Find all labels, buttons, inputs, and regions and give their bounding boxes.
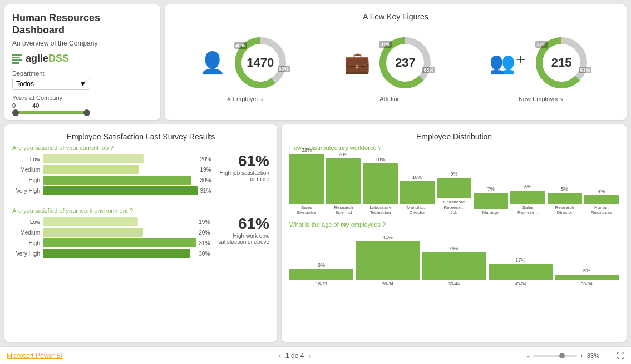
vbar-age-45-54: 17% 45-54 — [489, 257, 553, 287]
q1-track-high — [43, 176, 198, 185]
q1-track-low — [43, 154, 198, 163]
q1-pct-high: 30% — [200, 177, 214, 183]
page-indicator: 1 de 4 — [285, 352, 304, 360]
attrition-value: 237 — [395, 56, 416, 70]
q1-bars-section: Are you satisfied of your current job ? … — [12, 144, 214, 202]
q1-label-very-high: Very High — [12, 188, 43, 194]
q2-label-low: Low — [12, 219, 43, 225]
logo-bar-3 — [12, 59, 22, 61]
new-employees-value: 215 — [551, 56, 572, 70]
age-distribution-question: What is the age of my employees ? — [289, 221, 619, 228]
range-thumb-left[interactable] — [12, 109, 19, 116]
vbar-lab-tech: 18% LaboratoryTechnician — [363, 157, 397, 216]
department-label: Department — [12, 70, 152, 77]
attrition-label: Attrition — [379, 96, 400, 102]
q1-question: Are you satisfied of your current job ? — [12, 144, 214, 151]
vbar-research-dir: 5% ResearchDirector — [548, 186, 582, 216]
q1-bar-medium: Medium 19% — [12, 165, 214, 174]
q1-result: 61% High job satisfactionor more — [220, 144, 270, 202]
page-nav: ‹ 1 de 4 › — [278, 351, 311, 360]
key-figures-title: A Few Key Figures — [172, 12, 619, 21]
q1-track-medium — [43, 165, 198, 174]
q1-pct-very-high: 31% — [200, 188, 214, 194]
fullscreen-icon[interactable]: ⛶ — [617, 351, 624, 360]
q1-label-medium: Medium — [12, 167, 43, 173]
employees-pct-gray: 40% — [234, 42, 247, 49]
dashboard-container: Human Resources Dashboard An overview of… — [0, 0, 631, 364]
vbar-human-res: 4% HumanResources — [584, 188, 619, 216]
share-icon[interactable]: ⏐ — [606, 351, 610, 360]
q2-label-very-high: Very High — [12, 251, 43, 257]
range-slider[interactable] — [12, 111, 90, 114]
attrition-donut: 237 37% 63% — [374, 32, 436, 93]
q1-bar-low: Low 20% — [12, 154, 214, 163]
q2-bar-group: Low 19% Medium 20% — [12, 217, 213, 258]
job-distribution-question: How is distributed my workforce ? — [289, 144, 619, 151]
bottom-row: Employee Satisfaction Last Survey Result… — [0, 122, 631, 346]
q1-fill-high — [43, 176, 191, 185]
zoom-level: 83% — [587, 352, 599, 359]
range-thumb-right[interactable] — [83, 109, 90, 116]
vbar-healthcare: 9% HealthcareReprese...Job — [437, 171, 471, 216]
q2-result-desc: High work env.satisfaction or above — [218, 233, 269, 245]
range-values: 0 40 — [12, 102, 152, 109]
q1-fill-medium — [43, 165, 139, 174]
q1-bar-very-high: Very High 31% — [12, 186, 214, 195]
logo-bar-4 — [12, 62, 19, 64]
q2-pct-very-high: 30% — [199, 251, 213, 257]
job-distribution-section: How is distributed my workforce ? 22% Sa… — [289, 144, 619, 216]
q2-track-medium — [43, 228, 196, 237]
q1-label-low: Low — [12, 156, 43, 162]
attrition-pct-gray: 37% — [379, 41, 391, 48]
zoom-slider[interactable] — [533, 355, 577, 357]
q2-pct-high: 31% — [199, 240, 213, 246]
new-employees-label: New Employees — [519, 96, 563, 102]
range-min: 0 — [12, 102, 16, 109]
person-icon: 👤 — [199, 51, 225, 75]
q1-label-high: High — [12, 177, 43, 183]
zoom-plus-button[interactable]: + — [580, 352, 584, 359]
q2-bar-high: High 31% — [12, 238, 213, 247]
prev-page-button[interactable]: ‹ — [278, 351, 281, 360]
years-label: Years at Company — [12, 94, 152, 101]
q2-question: Are you satisfied of your work environme… — [12, 207, 213, 214]
q1-pct-low: 20% — [200, 156, 214, 162]
q2-label-high: High — [12, 240, 43, 246]
q1-result-desc: High job satisfactionor more — [220, 170, 270, 182]
vbar-research-sci: 20% ResearchScientist — [326, 152, 361, 216]
next-page-button[interactable]: › — [308, 351, 311, 360]
employees-value: 1470 — [247, 56, 274, 70]
q2-track-low — [43, 217, 196, 226]
zoom-minus-button[interactable]: - — [527, 352, 529, 359]
vbar-manager: 7% Manager — [474, 186, 508, 216]
distribution-card: Employee Distribution How is distributed… — [282, 124, 627, 342]
attrition-content: 💼 237 37% 63% — [344, 32, 436, 93]
q2-result-pct: 61% — [218, 215, 269, 233]
q2-bar-medium: Medium 20% — [12, 228, 213, 237]
vbar-sales-exec: 22% SalesExecutive — [289, 147, 324, 216]
years-filter: Years at Company 0 40 — [12, 94, 152, 114]
new-employees-content: 👥⁺ 215 37% 63% — [489, 32, 592, 93]
q2-track-very-high — [43, 249, 196, 258]
zoom-control: - + 83% — [527, 352, 599, 359]
employees-pct-green: 60% — [278, 66, 290, 72]
q2-section: Are you satisfied of your work environme… — [12, 207, 269, 265]
attrition-pct-green: 63% — [422, 67, 435, 73]
vbar-age-18-25: 8% 18-25 — [289, 262, 353, 287]
logo-bar-1 — [12, 54, 22, 56]
worker-icon: 💼 — [344, 51, 370, 75]
employees-donut: 1470 40% 60% — [230, 32, 291, 93]
new-employees-pct-green: 63% — [579, 67, 591, 73]
department-select[interactable]: Todos ▼ — [12, 78, 90, 90]
q2-track-high — [43, 238, 196, 247]
q2-bars-section: Are you satisfied of your work environme… — [12, 207, 213, 265]
q1-section: Are you satisfied of your current job ? … — [12, 144, 269, 202]
zoom-thumb[interactable] — [559, 353, 565, 358]
q1-bar-high: High 30% — [12, 176, 214, 185]
powerbi-link[interactable]: Microsoft Power BI — [7, 352, 63, 360]
q2-bar-very-high: Very High 30% — [12, 249, 213, 258]
satisfaction-card: Employee Satisfaction Last Survey Result… — [4, 124, 277, 342]
q2-fill-low — [43, 217, 138, 226]
q2-label-medium: Medium — [12, 230, 43, 236]
top-row: Human Resources Dashboard An overview of… — [0, 0, 631, 122]
